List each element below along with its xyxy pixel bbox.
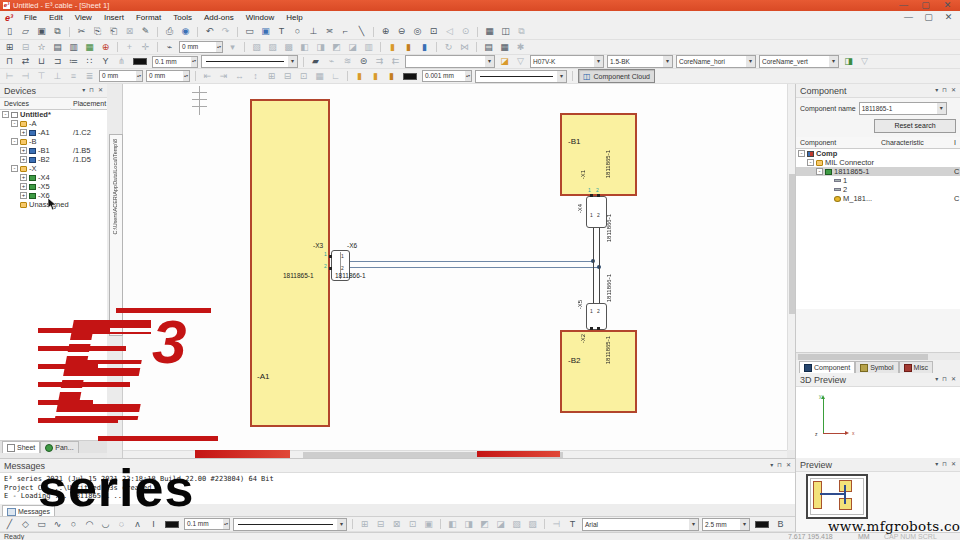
panel-pin-icon[interactable]: ⊓ <box>942 458 947 471</box>
device-tree-item[interactable]: + -B2 /1.D5 <box>0 155 107 164</box>
column-component[interactable]: Component <box>796 139 836 146</box>
panel-close-icon[interactable]: ✕ <box>951 84 956 97</box>
font-name-combo[interactable]: Arial▾ <box>582 518 699 531</box>
zoom-previous-icon[interactable]: ◁ <box>443 25 456 38</box>
format-painter-icon[interactable]: ✎ <box>139 25 152 38</box>
draw-arc2-icon[interactable]: ◡ <box>99 518 112 531</box>
space-right-icon[interactable]: ⇥ <box>217 70 230 83</box>
expander-icon[interactable]: - <box>11 120 18 127</box>
ungroup-icon[interactable]: ▨ <box>266 41 279 54</box>
menu-item[interactable]: Tools <box>167 13 198 22</box>
connect-left-icon[interactable]: ⇇ <box>389 55 402 68</box>
chevron-down-icon[interactable]: ▾ <box>594 56 603 67</box>
corename-vert-combo[interactable]: CoreName_vert▾ <box>759 55 839 68</box>
draw-line-style-select[interactable]: ▾ <box>233 518 347 531</box>
layer3-icon[interactable]: ▮ <box>418 41 431 54</box>
draw-rectangle-icon[interactable]: ▭ <box>35 518 48 531</box>
line-width-spinner[interactable]: 0.1 mm▴▾ <box>152 56 198 68</box>
menu-item[interactable]: File <box>18 13 43 22</box>
spinner-arrows[interactable]: ▴▾ <box>465 71 471 81</box>
panel-pin-icon[interactable]: ⊓ <box>942 373 947 386</box>
new-icon[interactable]: ▯ <box>3 25 16 38</box>
align-bottom-icon[interactable]: ⊥ <box>307 25 320 38</box>
expander-icon[interactable]: + <box>20 174 27 181</box>
component-tree-item[interactable]: 2 <box>796 185 960 194</box>
hatch2-icon[interactable]: ⊟ <box>374 518 387 531</box>
distribute-icon[interactable]: ≍ <box>323 25 336 38</box>
database-edit-icon[interactable]: ▦ <box>498 41 511 54</box>
database-icon[interactable]: ▤ <box>482 41 495 54</box>
text-color-swatch[interactable] <box>755 521 769 528</box>
hatch5-icon[interactable]: ▣ <box>422 518 435 531</box>
draw-ellipse-icon[interactable]: ◌ <box>115 518 128 531</box>
window-cascade-icon[interactable]: ⧉ <box>515 25 528 38</box>
device-tree-item[interactable]: + -X5 <box>0 182 107 191</box>
assign-signal-icon[interactable]: ◪ <box>498 55 511 68</box>
connect-right-icon[interactable]: ⇉ <box>373 55 386 68</box>
pin-split-icon[interactable]: ⊐ <box>51 55 64 68</box>
fill4-icon[interactable]: ◪ <box>494 518 507 531</box>
pin-define-icon[interactable]: ⊓ <box>3 55 16 68</box>
sheet-tab[interactable]: Sheet <box>2 441 40 453</box>
bundle1-icon[interactable]: ▮ <box>353 70 366 83</box>
menu-item[interactable]: View <box>69 13 98 22</box>
wire-size-combo[interactable]: 1.5-BK▾ <box>607 55 673 68</box>
highlight-wire-icon[interactable]: ▰ <box>309 55 322 68</box>
measure-icon[interactable]: ⌐ <box>339 25 352 38</box>
chevron-down-icon[interactable]: ▾ <box>746 56 755 67</box>
layer2-icon[interactable]: ▮ <box>402 41 415 54</box>
wire-width-spinner[interactable]: 0 mm▴▾ <box>179 41 223 53</box>
chevron-down-icon[interactable]: ▾ <box>485 56 494 67</box>
window-tile-icon[interactable]: ◫ <box>499 25 512 38</box>
column-inherit[interactable]: I <box>954 139 956 146</box>
save-icon[interactable]: ▣ <box>35 25 48 38</box>
expander-icon[interactable]: + <box>20 147 27 154</box>
chevron-down-icon[interactable]: ▾ <box>337 519 346 530</box>
cut-icon[interactable]: ✂ <box>75 25 88 38</box>
column-placement[interactable]: Placement <box>73 100 106 107</box>
panel-close-icon[interactable]: ✕ <box>951 373 956 386</box>
panel-menu-icon[interactable]: ▾ <box>770 459 773 472</box>
fill2-icon[interactable]: ◨ <box>462 518 475 531</box>
save-all-icon[interactable]: ⧉ <box>51 25 64 38</box>
wire-pointer-icon[interactable]: ⌁ <box>163 41 176 54</box>
sheet-tab[interactable]: Pan... <box>40 441 78 453</box>
same-height-icon[interactable]: ⊟ <box>281 70 294 83</box>
panel-close-icon[interactable]: ✕ <box>98 84 103 97</box>
menu-item[interactable]: Edit <box>43 13 69 22</box>
panel-menu-icon[interactable]: ▾ <box>935 84 938 97</box>
bold-icon[interactable]: B <box>774 518 787 531</box>
device-tree-item[interactable]: - -X <box>0 164 107 173</box>
expander-icon[interactable]: - <box>798 150 805 157</box>
rotate-icon[interactable]: ↻ <box>442 41 455 54</box>
font-size-combo[interactable]: 2.5 mm▾ <box>702 518 750 531</box>
copy-icon[interactable]: ⎘ <box>91 25 104 38</box>
doc-close-icon[interactable]: ✕ <box>942 11 955 24</box>
help-icon[interactable]: ◉ <box>179 25 192 38</box>
messages-log[interactable]: E³ series 2021 (Jul 15 2021 23:18:18 Bui… <box>0 473 795 501</box>
component-db-icon[interactable]: ▦ <box>83 41 96 54</box>
favorites-icon[interactable]: ☆ <box>35 41 48 54</box>
space-v-icon[interactable]: ↕ <box>249 70 262 83</box>
chevron-down-icon[interactable]: ▾ <box>689 519 698 530</box>
select-rect-icon[interactable]: ▭ <box>243 25 256 38</box>
line-icon[interactable]: ╲ <box>355 25 368 38</box>
expander-icon[interactable]: - <box>11 138 18 145</box>
component-tree-item[interactable]: 1 <box>796 176 960 185</box>
lower-icon[interactable]: ◩ <box>330 41 343 54</box>
component-tree-item[interactable]: - MIL Connector <box>796 158 960 167</box>
fill5-icon[interactable]: ▧ <box>510 518 523 531</box>
zoom-selection-icon[interactable]: ⊙ <box>459 25 472 38</box>
sheet-properties-icon[interactable]: ⊟ <box>19 41 32 54</box>
expander-icon[interactable]: + <box>20 156 27 163</box>
component-tree-item[interactable]: - 1811865-1 C <box>796 167 960 176</box>
spinner-arrows[interactable]: ▴▾ <box>223 519 229 529</box>
spinner-arrows[interactable]: ▴▾ <box>183 71 189 81</box>
chevron-down-icon[interactable]: ▾ <box>663 56 672 67</box>
expander-icon[interactable]: - <box>816 168 823 175</box>
menu-item[interactable]: Format <box>130 13 167 22</box>
wire-2[interactable] <box>350 267 600 268</box>
mirror-icon[interactable]: ⋈ <box>458 41 471 54</box>
pin-gather-icon[interactable]: ⊔ <box>35 55 48 68</box>
component-cloud-button[interactable]: ◫Component Cloud <box>578 69 655 83</box>
